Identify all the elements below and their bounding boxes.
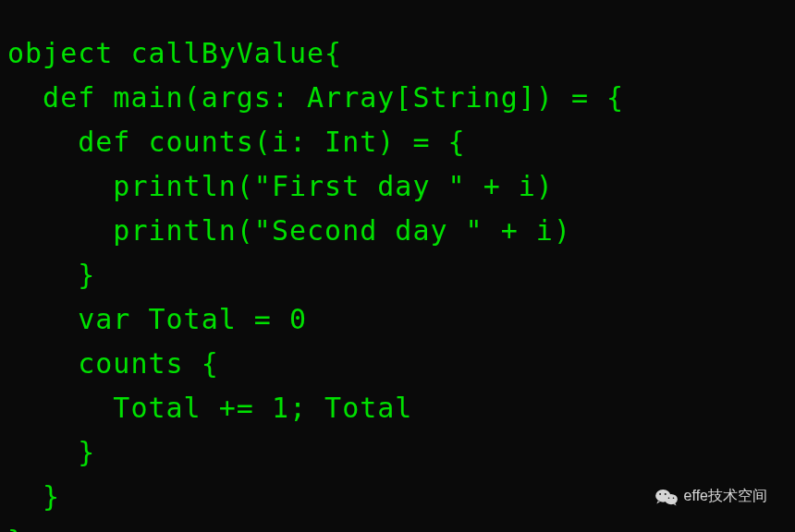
wechat-icon (654, 488, 679, 506)
svg-point-3 (659, 492, 661, 494)
code-block: object callByValue{ def main(args: Array… (0, 28, 795, 532)
svg-point-4 (664, 492, 666, 494)
watermark: effe技术空间 (654, 487, 767, 506)
svg-point-6 (672, 497, 674, 499)
svg-point-5 (667, 497, 669, 499)
watermark-text: effe技术空间 (684, 487, 767, 506)
